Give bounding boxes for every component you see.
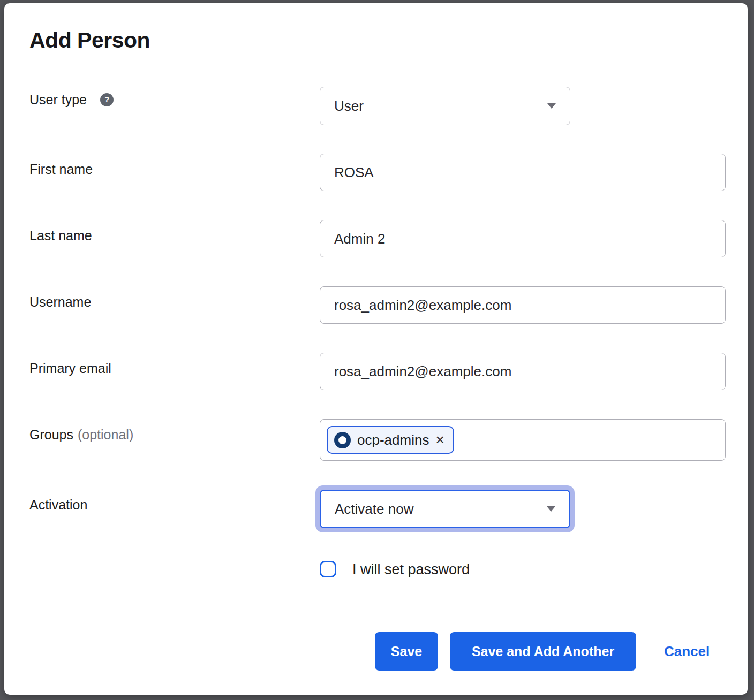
groups-input[interactable]: ocp-admins ×: [320, 419, 726, 461]
first-name-label: First name: [29, 161, 93, 178]
username-input[interactable]: [320, 286, 726, 324]
first-name-input[interactable]: [320, 154, 726, 191]
primary-email-input[interactable]: [320, 353, 726, 390]
chevron-down-icon: [547, 506, 555, 512]
dialog-title: Add Person: [29, 28, 150, 53]
save-and-add-another-button[interactable]: Save and Add Another: [450, 632, 636, 671]
save-button[interactable]: Save: [375, 632, 438, 671]
activation-focus-ring: Activate now: [315, 485, 575, 532]
set-password-checkbox[interactable]: [320, 561, 336, 577]
chevron-down-icon: [547, 103, 556, 109]
cancel-button[interactable]: Cancel: [664, 632, 710, 671]
last-name-label: Last name: [29, 227, 92, 244]
help-icon[interactable]: ?: [100, 93, 114, 106]
okta-logo-icon: [334, 432, 351, 448]
username-label: Username: [29, 293, 91, 310]
last-name-input[interactable]: [320, 220, 726, 257]
groups-optional-label: (optional): [78, 426, 133, 443]
user-type-label: User type ?: [29, 91, 114, 108]
group-chip-label: ocp-admins: [357, 432, 429, 448]
add-person-dialog: Add Person User type ? User First name L…: [4, 3, 748, 695]
primary-email-label: Primary email: [29, 360, 111, 377]
remove-group-icon[interactable]: ×: [435, 432, 444, 447]
activation-label: Activation: [29, 496, 87, 513]
user-type-select[interactable]: User: [320, 87, 570, 125]
set-password-label: I will set password: [352, 560, 470, 579]
activation-select[interactable]: Activate now: [320, 490, 570, 528]
groups-label: Groups (optional): [29, 426, 133, 443]
group-chip[interactable]: ocp-admins ×: [327, 426, 454, 454]
activation-value: Activate now: [335, 501, 413, 518]
user-type-value: User: [334, 98, 364, 115]
